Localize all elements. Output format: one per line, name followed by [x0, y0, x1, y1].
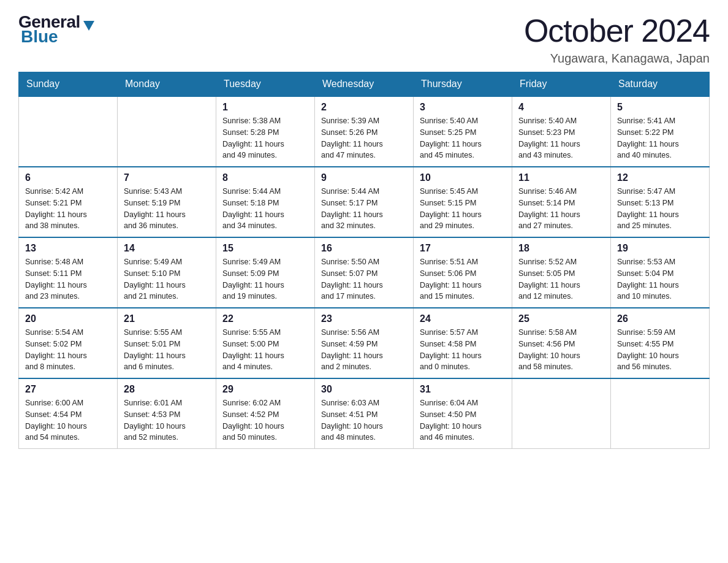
- calendar-cell: 23Sunrise: 5:56 AM Sunset: 4:59 PM Dayli…: [315, 308, 414, 378]
- day-info: Sunrise: 5:43 AM Sunset: 5:19 PM Dayligh…: [124, 186, 210, 232]
- day-info: Sunrise: 5:44 AM Sunset: 5:18 PM Dayligh…: [222, 186, 308, 232]
- calendar-cell: 19Sunrise: 5:53 AM Sunset: 5:04 PM Dayli…: [611, 237, 710, 308]
- day-number: 31: [420, 384, 506, 395]
- calendar-cell: 5Sunrise: 5:41 AM Sunset: 5:22 PM Daylig…: [611, 96, 710, 167]
- calendar-cell: 16Sunrise: 5:50 AM Sunset: 5:07 PM Dayli…: [315, 237, 414, 308]
- day-info: Sunrise: 6:01 AM Sunset: 4:53 PM Dayligh…: [124, 397, 210, 443]
- logo-blue-text: Blue: [21, 27, 58, 47]
- day-number: 1: [222, 102, 308, 113]
- logo: General Blue: [18, 12, 94, 47]
- calendar-week-2: 6Sunrise: 5:42 AM Sunset: 5:21 PM Daylig…: [19, 167, 710, 237]
- day-number: 2: [321, 102, 407, 113]
- day-number: 29: [222, 384, 308, 395]
- day-number: 18: [518, 243, 604, 254]
- day-number: 4: [518, 102, 604, 113]
- calendar-header-wednesday: Wednesday: [315, 72, 414, 97]
- calendar-cell: 22Sunrise: 5:55 AM Sunset: 5:00 PM Dayli…: [216, 308, 315, 378]
- day-info: Sunrise: 5:57 AM Sunset: 4:58 PM Dayligh…: [420, 327, 506, 373]
- day-info: Sunrise: 5:55 AM Sunset: 5:00 PM Dayligh…: [222, 327, 308, 373]
- day-info: Sunrise: 5:52 AM Sunset: 5:05 PM Dayligh…: [518, 256, 604, 302]
- calendar-cell: 7Sunrise: 5:43 AM Sunset: 5:19 PM Daylig…: [118, 167, 216, 237]
- calendar-header-sunday: Sunday: [19, 72, 118, 97]
- day-info: Sunrise: 5:45 AM Sunset: 5:15 PM Dayligh…: [420, 186, 506, 232]
- calendar-cell: [19, 96, 118, 167]
- day-number: 7: [124, 172, 210, 183]
- day-info: Sunrise: 5:54 AM Sunset: 5:02 PM Dayligh…: [25, 327, 111, 373]
- calendar-week-1: 1Sunrise: 5:38 AM Sunset: 5:28 PM Daylig…: [19, 96, 710, 167]
- day-number: 30: [321, 384, 407, 395]
- day-number: 22: [222, 313, 308, 324]
- calendar-cell: 11Sunrise: 5:46 AM Sunset: 5:14 PM Dayli…: [512, 167, 611, 237]
- day-number: 16: [321, 243, 407, 254]
- calendar-cell: 8Sunrise: 5:44 AM Sunset: 5:18 PM Daylig…: [216, 167, 315, 237]
- day-number: 21: [124, 313, 210, 324]
- calendar-cell: 15Sunrise: 5:49 AM Sunset: 5:09 PM Dayli…: [216, 237, 315, 308]
- calendar-cell: 31Sunrise: 6:04 AM Sunset: 4:50 PM Dayli…: [414, 378, 512, 449]
- calendar-header-monday: Monday: [118, 72, 216, 97]
- calendar-cell: 9Sunrise: 5:44 AM Sunset: 5:17 PM Daylig…: [315, 167, 414, 237]
- calendar-table: SundayMondayTuesdayWednesdayThursdayFrid…: [18, 72, 710, 449]
- calendar-cell: 17Sunrise: 5:51 AM Sunset: 5:06 PM Dayli…: [414, 237, 512, 308]
- day-info: Sunrise: 5:56 AM Sunset: 4:59 PM Dayligh…: [321, 327, 407, 373]
- day-number: 5: [617, 102, 703, 113]
- calendar-cell: 6Sunrise: 5:42 AM Sunset: 5:21 PM Daylig…: [19, 167, 118, 237]
- day-info: Sunrise: 6:02 AM Sunset: 4:52 PM Dayligh…: [222, 397, 308, 443]
- day-number: 13: [25, 243, 111, 254]
- calendar-cell: 24Sunrise: 5:57 AM Sunset: 4:58 PM Dayli…: [414, 308, 512, 378]
- page-header: General Blue October 2024 Yugawara, Kana…: [18, 12, 710, 66]
- calendar-header-friday: Friday: [512, 72, 611, 97]
- day-info: Sunrise: 5:44 AM Sunset: 5:17 PM Dayligh…: [321, 186, 407, 232]
- calendar-cell: 3Sunrise: 5:40 AM Sunset: 5:25 PM Daylig…: [414, 96, 512, 167]
- calendar-cell: [611, 378, 710, 449]
- calendar-cell: [118, 96, 216, 167]
- day-number: 24: [420, 313, 506, 324]
- calendar-cell: 28Sunrise: 6:01 AM Sunset: 4:53 PM Dayli…: [118, 378, 216, 449]
- calendar-cell: 4Sunrise: 5:40 AM Sunset: 5:23 PM Daylig…: [512, 96, 611, 167]
- day-info: Sunrise: 5:46 AM Sunset: 5:14 PM Dayligh…: [518, 186, 604, 232]
- calendar-cell: 2Sunrise: 5:39 AM Sunset: 5:26 PM Daylig…: [315, 96, 414, 167]
- calendar-cell: 27Sunrise: 6:00 AM Sunset: 4:54 PM Dayli…: [19, 378, 118, 449]
- calendar-cell: 13Sunrise: 5:48 AM Sunset: 5:11 PM Dayli…: [19, 237, 118, 308]
- title-section: October 2024 Yugawara, Kanagawa, Japan: [524, 12, 710, 66]
- calendar-cell: 26Sunrise: 5:59 AM Sunset: 4:55 PM Dayli…: [611, 308, 710, 378]
- day-number: 20: [25, 313, 111, 324]
- calendar-header-saturday: Saturday: [611, 72, 710, 97]
- day-info: Sunrise: 5:59 AM Sunset: 4:55 PM Dayligh…: [617, 327, 703, 373]
- day-info: Sunrise: 5:55 AM Sunset: 5:01 PM Dayligh…: [124, 327, 210, 373]
- day-number: 26: [617, 313, 703, 324]
- day-number: 8: [222, 172, 308, 183]
- day-info: Sunrise: 5:48 AM Sunset: 5:11 PM Dayligh…: [25, 256, 111, 302]
- calendar-cell: 10Sunrise: 5:45 AM Sunset: 5:15 PM Dayli…: [414, 167, 512, 237]
- calendar-cell: 12Sunrise: 5:47 AM Sunset: 5:13 PM Dayli…: [611, 167, 710, 237]
- location: Yugawara, Kanagawa, Japan: [524, 52, 710, 66]
- day-info: Sunrise: 6:04 AM Sunset: 4:50 PM Dayligh…: [420, 397, 506, 443]
- calendar-cell: 30Sunrise: 6:03 AM Sunset: 4:51 PM Dayli…: [315, 378, 414, 449]
- day-number: 15: [222, 243, 308, 254]
- calendar-header-row: SundayMondayTuesdayWednesdayThursdayFrid…: [19, 72, 710, 97]
- day-info: Sunrise: 5:50 AM Sunset: 5:07 PM Dayligh…: [321, 256, 407, 302]
- calendar-cell: 20Sunrise: 5:54 AM Sunset: 5:02 PM Dayli…: [19, 308, 118, 378]
- day-number: 14: [124, 243, 210, 254]
- day-number: 28: [124, 384, 210, 395]
- calendar-cell: 25Sunrise: 5:58 AM Sunset: 4:56 PM Dayli…: [512, 308, 611, 378]
- day-number: 3: [420, 102, 506, 113]
- calendar-cell: 29Sunrise: 6:02 AM Sunset: 4:52 PM Dayli…: [216, 378, 315, 449]
- calendar-cell: 18Sunrise: 5:52 AM Sunset: 5:05 PM Dayli…: [512, 237, 611, 308]
- day-info: Sunrise: 5:38 AM Sunset: 5:28 PM Dayligh…: [222, 115, 308, 161]
- day-number: 25: [518, 313, 604, 324]
- calendar-header-tuesday: Tuesday: [216, 72, 315, 97]
- day-info: Sunrise: 5:40 AM Sunset: 5:25 PM Dayligh…: [420, 115, 506, 161]
- calendar-header-thursday: Thursday: [414, 72, 512, 97]
- calendar-cell: 14Sunrise: 5:49 AM Sunset: 5:10 PM Dayli…: [118, 237, 216, 308]
- calendar-cell: 1Sunrise: 5:38 AM Sunset: 5:28 PM Daylig…: [216, 96, 315, 167]
- day-number: 9: [321, 172, 407, 183]
- month-title: October 2024: [524, 12, 710, 49]
- day-info: Sunrise: 5:49 AM Sunset: 5:09 PM Dayligh…: [222, 256, 308, 302]
- calendar-week-5: 27Sunrise: 6:00 AM Sunset: 4:54 PM Dayli…: [19, 378, 710, 449]
- day-info: Sunrise: 5:41 AM Sunset: 5:22 PM Dayligh…: [617, 115, 703, 161]
- day-info: Sunrise: 6:00 AM Sunset: 4:54 PM Dayligh…: [25, 397, 111, 443]
- day-number: 10: [420, 172, 506, 183]
- calendar-cell: [512, 378, 611, 449]
- day-info: Sunrise: 5:47 AM Sunset: 5:13 PM Dayligh…: [617, 186, 703, 232]
- day-info: Sunrise: 5:49 AM Sunset: 5:10 PM Dayligh…: [124, 256, 210, 302]
